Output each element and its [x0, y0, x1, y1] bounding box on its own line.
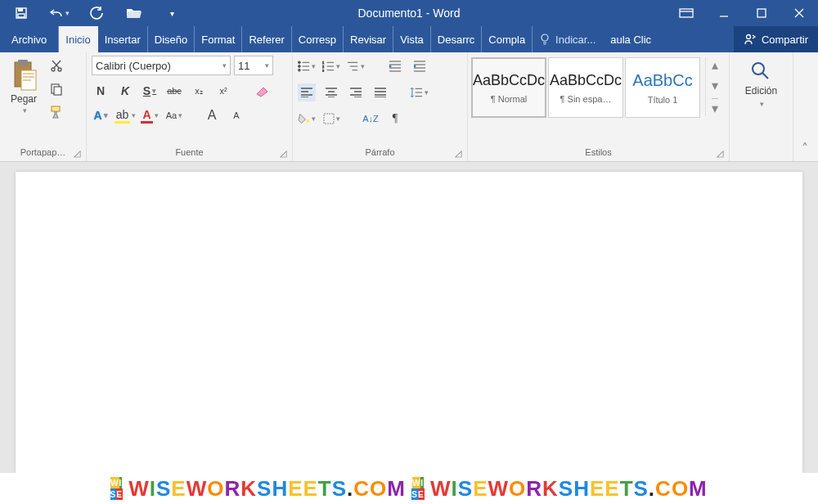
tell-me-search[interactable]: Indicar...	[533, 26, 602, 52]
align-right-button[interactable]	[347, 83, 365, 101]
dialog-launcher-icon[interactable]: ◿	[452, 147, 464, 159]
borders-button[interactable]: ▾	[322, 110, 340, 128]
tab-diseno[interactable]: Diseño	[148, 26, 195, 52]
minimize-icon[interactable]	[705, 0, 743, 26]
subscript-button[interactable]: x₂	[190, 82, 208, 100]
group-styles-label: Estilos ◿	[468, 143, 729, 161]
watermark-footer: WI SE WISEWORKSHEETS.COM WI SE WISEWORKS…	[0, 473, 818, 504]
numbering-button[interactable]: 123▾	[322, 57, 340, 75]
align-center-button[interactable]	[322, 83, 340, 101]
highlight-color-button[interactable]: ab▾	[116, 106, 134, 124]
style-heading1[interactable]: AaBbCc Título 1	[625, 57, 700, 118]
shading-button[interactable]: ▾	[298, 110, 316, 128]
font-color-button[interactable]: A▾	[141, 106, 159, 124]
font-size-combo[interactable]: 11▾	[234, 56, 273, 75]
dialog-launcher-icon[interactable]: ◿	[71, 147, 83, 159]
clear-formatting-icon[interactable]	[254, 82, 272, 100]
justify-button[interactable]	[371, 83, 389, 101]
maximize-icon[interactable]	[743, 0, 780, 26]
sort-button[interactable]: A↓Z	[362, 110, 380, 128]
chevron-down-icon: ▾	[712, 78, 718, 93]
tab-insertar[interactable]: Insertar	[98, 26, 148, 52]
tab-desarrollador[interactable]: Desarrc	[431, 26, 483, 52]
chevron-down-icon: ▾	[760, 100, 764, 108]
style-preview: AaBbCc	[632, 71, 692, 90]
tab-formato[interactable]: Format	[195, 26, 242, 52]
account-link[interactable]: aula Clic	[602, 26, 659, 52]
font-name-combo[interactable]: Calibri (Cuerpo)▾	[92, 56, 231, 75]
increase-indent-button[interactable]	[411, 57, 429, 75]
decrease-indent-button[interactable]	[386, 57, 404, 75]
tab-inicio[interactable]: Inicio	[59, 26, 97, 52]
tab-file[interactable]: Archivo	[0, 26, 59, 52]
tab-vista[interactable]: Vista	[393, 26, 431, 52]
collapse-ribbon-button[interactable]: ˄	[793, 52, 816, 161]
svg-rect-8	[18, 60, 28, 65]
change-case-button[interactable]: Aa▾	[165, 106, 183, 124]
group-font: Calibri (Cuerpo)▾ 11▾ N K S▾ abc x₂ x²	[87, 52, 293, 161]
chevron-up-icon: ▴	[712, 57, 718, 73]
format-painter-icon[interactable]	[47, 103, 65, 121]
superscript-button[interactable]: x²	[214, 82, 232, 100]
cut-icon[interactable]	[47, 57, 65, 75]
watermark-text: WISEWORKSHEETS.COM	[128, 476, 406, 502]
redo-icon[interactable]	[85, 2, 108, 25]
dialog-launcher-icon[interactable]: ◿	[714, 147, 726, 159]
style-normal[interactable]: AaBbCcDc ¶ Normal	[471, 57, 546, 118]
bold-button[interactable]: N	[92, 82, 110, 100]
clipboard-paste-icon	[10, 59, 38, 92]
group-styles: AaBbCcDc ¶ Normal AaBbCcDc ¶ Sin espa… A…	[468, 52, 730, 161]
style-preview: AaBbCcDc	[473, 72, 545, 89]
svg-point-17	[298, 69, 300, 71]
tab-complementos[interactable]: Compla	[482, 26, 533, 52]
bullets-button[interactable]: ▾	[298, 57, 316, 75]
open-folder-icon[interactable]	[123, 2, 146, 25]
tab-referencias[interactable]: Referer	[242, 26, 291, 52]
svg-rect-4	[757, 9, 766, 17]
group-clipboard: Pegar ▾ Portapap… ◿	[0, 52, 87, 161]
undo-icon[interactable]: ▾	[47, 2, 70, 25]
save-icon[interactable]	[10, 2, 33, 25]
svg-point-6	[746, 35, 750, 39]
tab-revisar[interactable]: Revisar	[344, 26, 393, 52]
title-bar: ▾ ▾ Documento1 - Word	[0, 0, 818, 26]
tab-correspondencia[interactable]: Corresp	[292, 26, 344, 52]
watermark-text: WISEWORKSHEETS.COM	[430, 476, 708, 502]
qat-customize-icon[interactable]: ▾	[160, 2, 183, 25]
svg-rect-3	[680, 9, 693, 17]
svg-text:3: 3	[322, 70, 324, 72]
styles-gallery-more[interactable]: ▴ ▾ ▾	[705, 57, 723, 116]
style-no-spacing[interactable]: AaBbCcDc ¶ Sin espa…	[548, 57, 623, 118]
line-spacing-button[interactable]: ▾	[411, 83, 429, 101]
copy-icon[interactable]	[47, 80, 65, 98]
wise-logo-icon: WI SE	[412, 477, 424, 500]
document-page[interactable]	[16, 172, 802, 473]
svg-point-10	[52, 68, 55, 71]
group-paragraph: ▾ 123▾ ▾ ▾ ▾ ▾	[293, 52, 468, 161]
grow-font-button[interactable]: A	[203, 106, 221, 124]
close-icon[interactable]	[780, 0, 818, 26]
paste-button[interactable]: Pegar ▾	[5, 56, 43, 118]
align-left-button[interactable]	[298, 83, 316, 101]
show-marks-button[interactable]: ¶	[386, 110, 404, 128]
svg-point-21	[306, 119, 309, 123]
group-clipboard-label: Portapap… ◿	[0, 143, 86, 161]
underline-button[interactable]: S▾	[141, 82, 159, 100]
share-button[interactable]: Compartir	[734, 26, 818, 52]
tell-me-placeholder: Indicar...	[555, 34, 596, 46]
multilevel-list-button[interactable]: ▾	[347, 57, 365, 75]
svg-point-16	[298, 65, 300, 68]
style-preview: AaBbCcDc	[550, 72, 622, 89]
ribbon-options-icon[interactable]	[667, 0, 705, 26]
shrink-font-button[interactable]: A	[227, 106, 245, 124]
svg-point-15	[298, 61, 300, 64]
svg-rect-1	[18, 8, 23, 11]
strikethrough-button[interactable]: abc	[165, 82, 183, 100]
find-button[interactable]: Edición ▾	[737, 56, 785, 113]
svg-rect-22	[324, 114, 334, 124]
ribbon: Pegar ▾ Portapap… ◿	[0, 52, 818, 162]
svg-rect-2	[18, 14, 25, 17]
text-effects-button[interactable]: A▾	[92, 106, 110, 124]
dialog-launcher-icon[interactable]: ◿	[277, 147, 289, 159]
italic-button[interactable]: K	[116, 82, 134, 100]
